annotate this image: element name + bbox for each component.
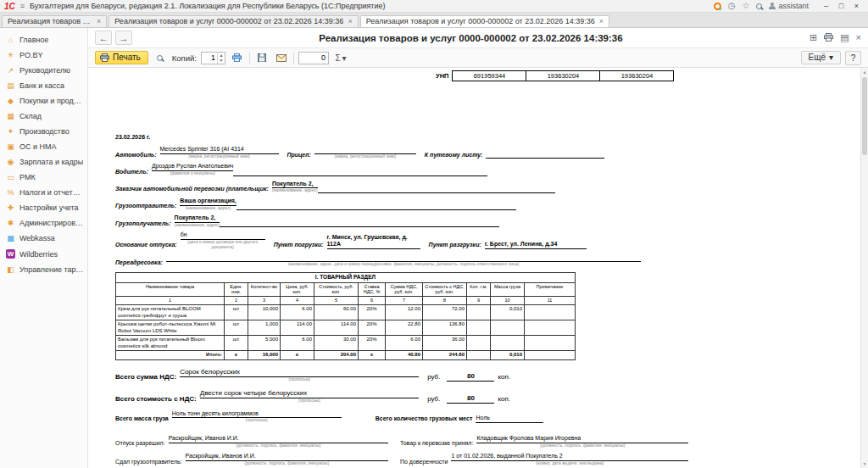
sidebar-item-po-by[interactable]: ✳PO.BY xyxy=(0,47,87,63)
total-note xyxy=(525,351,576,360)
sidebar-item-wildberries[interactable]: WWildberries xyxy=(0,246,87,262)
page-setup-button[interactable] xyxy=(230,51,245,65)
grand-total-line: Всего стоимость с НДС: Двести сорок четы… xyxy=(115,389,514,404)
kop-label: коп. xyxy=(498,395,510,404)
sidebar-item-rmk[interactable]: ▭РМК xyxy=(0,170,87,185)
col-num: 7 xyxy=(386,297,423,305)
cell-vat-sum: 12.00 xyxy=(386,305,423,320)
sidebar-item-warehouse[interactable]: ▦Склад xyxy=(0,109,87,124)
released-label: Отпуск разрешил: xyxy=(115,440,165,448)
close-form-icon[interactable]: × xyxy=(856,33,861,42)
tab-close-icon[interactable]: × xyxy=(599,17,604,25)
col-num: 2 xyxy=(225,297,248,305)
email-button[interactable] xyxy=(274,51,289,65)
total-x: x xyxy=(359,351,386,360)
page-number-input[interactable] xyxy=(298,52,329,64)
scrollbar-thumb[interactable] xyxy=(862,77,867,155)
close-window-button[interactable]: × xyxy=(849,1,864,12)
cell-price: 6.00 xyxy=(281,305,314,320)
loading-point-label: Пункт погрузки: xyxy=(274,242,324,249)
main-menu-icon[interactable]: ≡ xyxy=(20,2,25,10)
back-button[interactable]: ← xyxy=(95,31,112,45)
sign-hint: (должность, подпись, фамилия, инициалы) xyxy=(476,443,688,448)
sigma-icon: Σ xyxy=(335,53,340,63)
tab-close-icon[interactable]: × xyxy=(97,17,101,25)
sidebar-item-label: РМК xyxy=(19,173,36,181)
sidebar-item-manager[interactable]: ↗Руководителю xyxy=(0,63,87,78)
col-header: Един. изм. xyxy=(225,282,248,297)
copies-label: Копий: xyxy=(172,53,197,63)
scroll-down-icon[interactable]: ▼ xyxy=(861,460,868,468)
sidebar-item-taxes[interactable]: %Налоги и отчетность xyxy=(0,185,87,200)
scroll-up-icon[interactable]: ▲ xyxy=(861,68,868,76)
notifications-icon[interactable] xyxy=(714,3,721,10)
rub-label: руб. xyxy=(427,395,440,404)
unp-shipper: 691959344 xyxy=(452,70,526,81)
save-button[interactable] xyxy=(254,51,270,65)
history-icon[interactable]: ◷ xyxy=(728,2,736,10)
1c-logo: 1С xyxy=(4,2,15,11)
copies-input[interactable] xyxy=(202,53,217,64)
col-num: 6 xyxy=(359,297,386,305)
total-x: x xyxy=(281,351,314,360)
forward-button[interactable]: → xyxy=(115,31,132,45)
tab-close-icon[interactable]: × xyxy=(348,17,352,25)
sum-button[interactable]: Σ▾ xyxy=(333,51,348,65)
sidebar-item-label: Wildberries xyxy=(19,250,58,259)
table-header-row: Наименование товара Един. изм. Количест-… xyxy=(116,282,576,297)
shipper-row: Грузоотправитель: Ваша организация,(наим… xyxy=(115,198,861,210)
words-hint: (прописью) xyxy=(200,398,419,404)
cell-name: Крышка щетки робот-пылесоса Xiaomi Mi Ro… xyxy=(116,320,225,336)
poa-label: По доверенности xyxy=(400,459,448,466)
print-icon[interactable] xyxy=(824,33,833,43)
sidebar-item-tariff[interactable]: ◧Управление тарифом xyxy=(0,262,87,277)
waybill-label: К путевому листу: xyxy=(425,152,483,159)
minimize-button[interactable]: – xyxy=(819,1,833,12)
mass-line: Всего масса груза Ноль тонн десять килог… xyxy=(115,410,675,423)
new-window-icon[interactable]: ⊞ xyxy=(810,33,817,42)
assistant-chip[interactable]: assistant xyxy=(769,2,809,10)
col-header: Стоимость с НДС, руб. коп. xyxy=(423,282,467,297)
print-button-label: Печать xyxy=(113,53,141,62)
spin-down-icon[interactable]: ▼ xyxy=(218,58,225,64)
tab-sales-doc-1[interactable]: Реализация товаров и услуг 0000-000002 о… xyxy=(108,15,358,27)
sidebar-item-salary-hr[interactable]: ◉Зарплата и кадры xyxy=(0,154,87,170)
total-qty: 16,000 xyxy=(248,351,281,360)
sidebar-item-production[interactable]: ✦Производство xyxy=(0,124,87,139)
help-button[interactable]: ? xyxy=(845,51,861,65)
cell-name: Бальзам для рук питательный Bloom cosmet… xyxy=(116,336,225,351)
copies-stepper[interactable]: ▲▼ xyxy=(201,52,225,64)
sidebar-item-administration[interactable]: ✱Администрирование xyxy=(0,215,87,231)
magnifier-icon xyxy=(157,55,163,61)
col-header: Цена, руб. коп. xyxy=(281,282,314,297)
vertical-scrollbar[interactable]: ▲ ▼ xyxy=(860,68,868,468)
sidebar-item-fixed-assets[interactable]: ▣ОС и НМА xyxy=(0,139,87,154)
cell-vat-sum: 22.80 xyxy=(386,320,423,336)
taxes-icon: % xyxy=(6,189,15,197)
sidebar-item-purchases-sales[interactable]: ◆Покупки и продажи xyxy=(0,93,87,109)
favorites-icon[interactable]: ☆ xyxy=(743,2,750,10)
trailer-label: Прицеп: xyxy=(287,152,311,159)
sidebar-item-webkassa[interactable]: ▩Webkassa xyxy=(0,231,87,246)
col-header: Примечание xyxy=(525,282,576,297)
list-icon[interactable]: ▤ xyxy=(840,33,849,42)
redirect-label: Переадресовка: xyxy=(115,259,163,267)
basis-label: Основание отпуска: xyxy=(115,242,177,249)
sidebar-item-accounting-settings[interactable]: ✚Настройки учета xyxy=(0,200,87,215)
basis-row: Основание отпуска: бн(дата и номер догов… xyxy=(115,231,861,249)
tab-bar: Реализация товаров и услуг × Реализация … xyxy=(0,13,868,28)
maximize-button[interactable]: □ xyxy=(834,1,849,12)
tab-sales-doc-2-active[interactable]: Реализация товаров и услуг 0000-000002 о… xyxy=(360,15,609,27)
handed-label: Сдал грузоотправитель: xyxy=(115,459,182,466)
sidebar-item-home[interactable]: ⌂Главное xyxy=(0,32,87,47)
preview-button[interactable] xyxy=(153,51,168,65)
search-icon[interactable] xyxy=(756,3,762,9)
print-button[interactable]: Печать xyxy=(95,51,148,64)
sidebar-item-bank-cash[interactable]: ▤Банк и касса xyxy=(0,78,87,93)
tab-sales-list[interactable]: Реализация товаров и услуг × xyxy=(2,15,107,27)
more-button[interactable]: Ещё▾ xyxy=(801,51,842,64)
home-icon: ⌂ xyxy=(6,36,15,44)
tab-label: Реализация товаров и услуг 0000-000002 о… xyxy=(366,17,595,25)
toolbar-separator xyxy=(249,52,250,64)
words-hint: (прописью) xyxy=(172,418,342,423)
